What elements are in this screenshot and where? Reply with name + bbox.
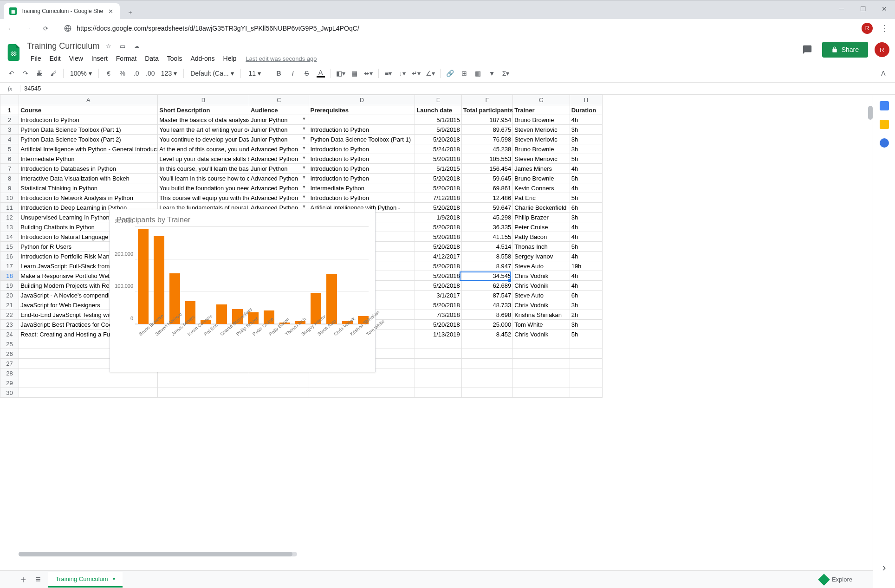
new-tab-button[interactable]: ＋ bbox=[123, 6, 136, 19]
horizontal-scrollbar[interactable] bbox=[19, 552, 297, 556]
cell[interactable]: Introduction to Python bbox=[309, 174, 415, 183]
menu-tools[interactable]: Tools bbox=[163, 53, 186, 64]
cell[interactable]: Intermediate Python bbox=[19, 154, 158, 164]
cell[interactable]: 4h bbox=[570, 252, 602, 261]
row-header[interactable]: 17 bbox=[0, 261, 19, 271]
sidebar-expand-icon[interactable]: › bbox=[882, 561, 886, 574]
add-sheet-button[interactable]: ＋ bbox=[19, 573, 28, 581]
cell[interactable] bbox=[513, 359, 570, 368]
row-header[interactable]: 28 bbox=[0, 368, 19, 378]
cell[interactable] bbox=[570, 339, 602, 349]
cell[interactable]: Bruno Brownie bbox=[513, 115, 570, 125]
menu-edit[interactable]: Edit bbox=[46, 53, 65, 64]
last-edit-text[interactable]: Last edit was seconds ago bbox=[246, 55, 317, 62]
cell[interactable]: 5/20/2018 bbox=[415, 203, 461, 213]
cell[interactable]: You continue to develop your Data bbox=[158, 135, 249, 144]
move-icon[interactable]: ▭ bbox=[118, 42, 127, 51]
cell[interactable]: 5/24/2018 bbox=[415, 144, 461, 154]
cell[interactable]: 5/1/2015 bbox=[415, 164, 461, 174]
cell[interactable] bbox=[461, 378, 512, 388]
cell[interactable]: Advanced Python▼ bbox=[249, 174, 309, 183]
cell[interactable]: Introduction to Python bbox=[309, 144, 415, 154]
cell[interactable] bbox=[249, 388, 309, 398]
cell[interactable]: 7/12/2018 bbox=[415, 193, 461, 203]
row-header[interactable]: 4 bbox=[0, 135, 19, 144]
browser-profile-avatar[interactable]: R bbox=[862, 23, 873, 34]
cell[interactable]: Junior Python▼ bbox=[249, 115, 309, 125]
row-header[interactable]: 12 bbox=[0, 213, 19, 222]
chart-button[interactable]: ▥ bbox=[472, 67, 484, 79]
row-header[interactable]: 15 bbox=[0, 242, 19, 252]
cell[interactable]: 6h bbox=[570, 291, 602, 300]
print-button[interactable]: 🖶 bbox=[33, 67, 45, 79]
paint-format-button[interactable]: 🖌 bbox=[47, 67, 59, 79]
cell[interactable]: Pat Eric bbox=[513, 193, 570, 203]
cell[interactable]: 105.553 bbox=[461, 154, 512, 164]
menu-insert[interactable]: Insert bbox=[88, 53, 111, 64]
cell[interactable]: Artificial Intelligence with Python - Ge… bbox=[19, 144, 158, 154]
fx-label[interactable]: fx bbox=[0, 85, 20, 92]
row-header[interactable]: 2 bbox=[0, 115, 19, 125]
row-header[interactable]: 13 bbox=[0, 222, 19, 232]
h-align-button[interactable]: ≡▾ bbox=[383, 67, 395, 79]
cell[interactable]: Chris Vodnik bbox=[513, 271, 570, 281]
col-header-E[interactable]: E bbox=[415, 95, 461, 105]
cell[interactable]: 34.545 bbox=[461, 271, 512, 281]
cell[interactable]: 5h bbox=[570, 174, 602, 183]
cell[interactable]: Chris Vodnik bbox=[513, 300, 570, 310]
cell[interactable] bbox=[461, 339, 512, 349]
cell[interactable]: You build the foundation you need bbox=[158, 183, 249, 193]
reload-button[interactable]: ⟳ bbox=[40, 23, 51, 34]
bar[interactable] bbox=[326, 274, 337, 324]
link-button[interactable]: 🔗 bbox=[444, 67, 456, 79]
browser-tab[interactable]: ▦ Training Curriculum - Google She ✕ bbox=[4, 3, 120, 19]
cell[interactable]: Introduction to Python bbox=[309, 193, 415, 203]
increase-decimal-button[interactable]: .00 bbox=[144, 67, 156, 79]
row-header[interactable]: 22 bbox=[0, 310, 19, 320]
undo-button[interactable]: ↶ bbox=[6, 67, 18, 79]
star-icon[interactable]: ☆ bbox=[104, 42, 113, 51]
cell[interactable]: Tom White bbox=[513, 320, 570, 330]
cell[interactable]: Introduction to Python bbox=[309, 125, 415, 135]
cell[interactable] bbox=[309, 115, 415, 125]
cell[interactable]: Junior Python▼ bbox=[249, 125, 309, 135]
borders-button[interactable]: ▦ bbox=[349, 67, 361, 79]
cell[interactable] bbox=[309, 388, 415, 398]
cell[interactable]: Advanced Python▼ bbox=[249, 154, 309, 164]
row-header[interactable]: 29 bbox=[0, 378, 19, 388]
comment-button[interactable]: ⊞ bbox=[458, 67, 470, 79]
bar[interactable] bbox=[138, 229, 149, 324]
row-header[interactable]: 25 bbox=[0, 339, 19, 349]
cell[interactable]: Bruno Brownie bbox=[513, 144, 570, 154]
row-header[interactable]: 24 bbox=[0, 330, 19, 339]
cell[interactable]: Steve Auto bbox=[513, 291, 570, 300]
col-header-G[interactable]: G bbox=[513, 95, 570, 105]
row-header[interactable]: 21 bbox=[0, 300, 19, 310]
row-header[interactable]: 3 bbox=[0, 125, 19, 135]
cell[interactable]: Intermediate Python bbox=[309, 183, 415, 193]
cell[interactable]: 8.452 bbox=[461, 330, 512, 339]
cell[interactable] bbox=[513, 368, 570, 378]
cell[interactable] bbox=[415, 339, 461, 349]
decrease-decimal-button[interactable]: .0 bbox=[130, 67, 143, 79]
cell[interactable]: Junior Python▼ bbox=[249, 135, 309, 144]
dropdown-arrow-icon[interactable]: ▼ bbox=[302, 165, 307, 170]
cell[interactable]: 156.454 bbox=[461, 164, 512, 174]
cell[interactable]: Kevin Conners bbox=[513, 183, 570, 193]
more-formats-dropdown[interactable]: 123 ▾ bbox=[158, 67, 180, 79]
cell[interactable]: 8.947 bbox=[461, 261, 512, 271]
cell[interactable]: Introduction to Python bbox=[309, 154, 415, 164]
cell[interactable]: Peter Cruise bbox=[513, 222, 570, 232]
share-button[interactable]: Share bbox=[822, 42, 868, 58]
bar[interactable] bbox=[216, 304, 227, 324]
v-align-button[interactable]: ↓▾ bbox=[396, 67, 409, 79]
tasks-sidebar-icon[interactable] bbox=[880, 138, 889, 148]
site-info-icon[interactable] bbox=[64, 24, 72, 32]
cell[interactable]: 5/20/2018 bbox=[415, 281, 461, 291]
cell[interactable]: 3h bbox=[570, 320, 602, 330]
col-header-C[interactable]: C bbox=[249, 95, 309, 105]
cell[interactable]: 62.689 bbox=[461, 281, 512, 291]
cell[interactable] bbox=[570, 388, 602, 398]
cell[interactable]: Philip Brazer bbox=[513, 213, 570, 222]
cell[interactable]: James Miners bbox=[513, 164, 570, 174]
